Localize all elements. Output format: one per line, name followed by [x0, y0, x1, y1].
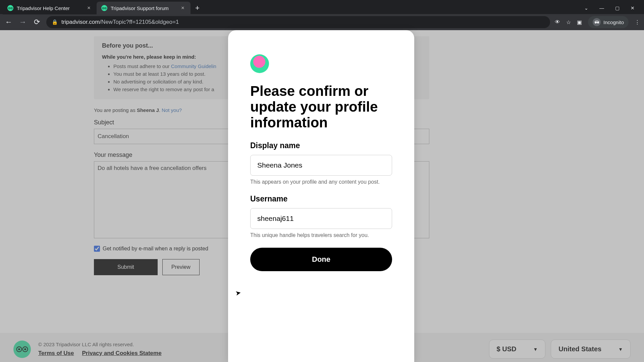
- display-name-label: Display name: [250, 141, 392, 150]
- incognito-label: Incognito: [603, 19, 624, 25]
- chevron-down-icon[interactable]: ⌄: [582, 5, 590, 11]
- close-icon[interactable]: ×: [180, 5, 186, 11]
- tripadvisor-favicon: [101, 5, 107, 11]
- username-hint: This unique handle helps travelers searc…: [250, 232, 392, 238]
- svg-point-3: [11, 8, 12, 8]
- page-content: Before you post... While you're here, pl…: [0, 30, 644, 362]
- tab-title: Tripadvisor Support forum: [111, 5, 169, 11]
- display-name-input[interactable]: [250, 155, 392, 176]
- svg-point-6: [103, 8, 103, 8]
- tab-help-center[interactable]: Tripadvisor Help Center ×: [3, 2, 97, 14]
- forward-button[interactable]: →: [18, 18, 28, 26]
- url-bar[interactable]: 🔒 tripadvisor.com/NewTopic?ff=12105&oldg…: [46, 16, 550, 28]
- menu-icon[interactable]: ⋮: [635, 19, 640, 25]
- address-bar: ← → ⟳ 🔒 tripadvisor.com/NewTopic?ff=1210…: [0, 14, 644, 30]
- username-label: Username: [250, 194, 392, 203]
- profile-confirm-modal: Please confirm or update your profile in…: [228, 30, 414, 362]
- lock-icon: 🔒: [52, 19, 58, 25]
- reload-button[interactable]: ⟳: [32, 18, 42, 26]
- tab-support-forum[interactable]: Tripadvisor Support forum ×: [97, 2, 191, 14]
- minimize-icon[interactable]: —: [598, 5, 606, 11]
- window-controls: ⌄ — ▢ ✕: [582, 5, 641, 11]
- svg-point-7: [105, 8, 106, 8]
- avatar: [250, 54, 269, 73]
- modal-title: Please confirm or update your profile in…: [250, 83, 392, 130]
- tab-bar: Tripadvisor Help Center × Tripadvisor Su…: [0, 0, 644, 14]
- maximize-icon[interactable]: ▢: [613, 5, 621, 11]
- new-tab-button[interactable]: +: [191, 2, 204, 14]
- tripadvisor-favicon: [7, 5, 13, 11]
- display-name-hint: This appears on your profile and any con…: [250, 179, 392, 185]
- bookmark-icon[interactable]: ☆: [566, 19, 571, 25]
- eye-off-icon[interactable]: 👁: [555, 19, 560, 25]
- tab-title: Tripadvisor Help Center: [17, 5, 70, 11]
- url-domain: tripadvisor.com: [61, 19, 100, 25]
- url-path: /NewTopic?ff=12105&oldgeo=1: [100, 19, 179, 25]
- incognito-badge[interactable]: 🕶 Incognito: [588, 16, 629, 28]
- svg-point-2: [9, 8, 9, 8]
- incognito-icon: 🕶: [593, 18, 601, 26]
- close-icon[interactable]: ×: [86, 5, 92, 11]
- back-button[interactable]: ←: [4, 18, 13, 26]
- close-window-icon[interactable]: ✕: [629, 5, 637, 11]
- extension-icon[interactable]: ▣: [577, 19, 582, 25]
- done-button[interactable]: Done: [250, 248, 392, 271]
- username-input[interactable]: [250, 208, 392, 229]
- browser-chrome: Tripadvisor Help Center × Tripadvisor Su…: [0, 0, 644, 30]
